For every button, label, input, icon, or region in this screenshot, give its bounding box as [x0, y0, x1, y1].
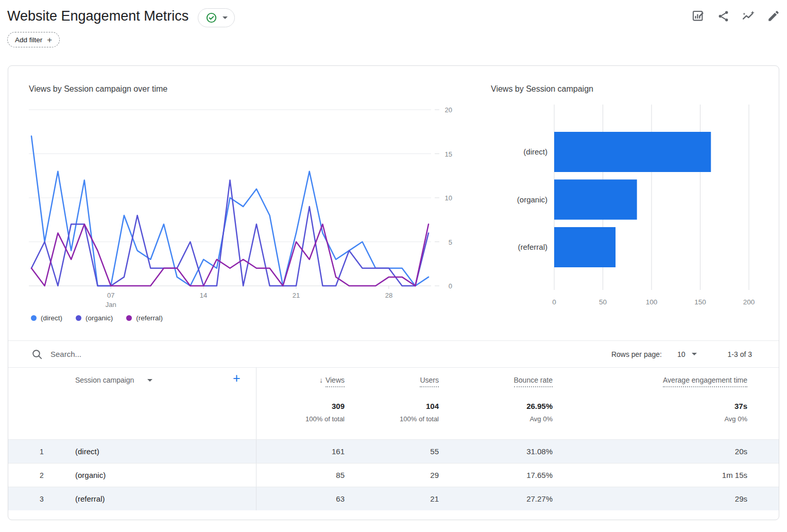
svg-text:(referral): (referral) [518, 243, 548, 251]
views-cell: 63 [256, 494, 345, 503]
search-input[interactable] [50, 350, 215, 358]
engagement-time-cell: 1m 15s [553, 471, 779, 479]
users-cell: 21 [345, 494, 439, 503]
bounce-rate-column-header[interactable]: Bounce rate [514, 376, 553, 387]
table-row: 1 (direct) 161 55 31.08% 20s [8, 439, 779, 463]
campaign-cell: (referral) [55, 494, 256, 503]
svg-text:10: 10 [445, 194, 452, 202]
svg-text:28: 28 [385, 291, 392, 299]
bar-chart: 050100150200(direct)(organic)(referral) [490, 97, 773, 323]
add-filter-label: Add filter [15, 36, 42, 44]
engagement-time-total: 37s [734, 402, 747, 410]
bounce-rate-cell: 17.65% [439, 471, 553, 479]
views-total-sub: 100% of total [305, 415, 345, 423]
share-icon[interactable] [716, 9, 730, 24]
svg-text:150: 150 [694, 298, 706, 306]
edit-chart-icon[interactable] [691, 9, 705, 24]
chevron-down-icon [223, 16, 228, 19]
sort-desc-icon: ↓ [319, 376, 323, 384]
bounce-rate-total-sub: Avg 0% [529, 415, 553, 423]
row-index: 3 [29, 495, 55, 503]
toolbar [691, 9, 781, 24]
svg-text:5: 5 [449, 238, 452, 246]
row-range-label: 1-3 of 3 [728, 350, 752, 358]
table-row: 2 (organic) 85 29 17.65% 1m 15s [8, 463, 779, 487]
table-row: 3 (referral) 63 21 27.27% 29s [8, 487, 779, 510]
add-filter-button[interactable]: Add filter + [7, 32, 60, 47]
legend-label: (referral) [136, 314, 163, 322]
legend-dot [126, 315, 132, 321]
report-status-badge[interactable] [198, 8, 235, 27]
views-cell: 85 [256, 471, 345, 479]
svg-text:200: 200 [743, 298, 755, 306]
svg-text:15: 15 [445, 150, 452, 158]
report-card: Views by Session campaign over time 0510… [8, 65, 779, 520]
legend-item: (direct) [31, 314, 62, 322]
edit-icon[interactable] [766, 9, 781, 24]
metric-headers: ↓ Views 309 100% of total Users 104 100%… [256, 368, 779, 439]
row-index: 1 [29, 448, 55, 456]
svg-text:21: 21 [293, 291, 300, 299]
legend-item: (referral) [126, 314, 163, 322]
insights-icon[interactable] [741, 9, 756, 24]
dimension-header-label: Session campaign [75, 376, 134, 384]
analytics-report-page: Website Engagement Metrics [0, 0, 787, 532]
bar-chart-title: Views by Session campaign [491, 84, 593, 94]
users-total-sub: 100% of total [400, 415, 439, 423]
engagement-time-cell: 29s [553, 494, 779, 503]
svg-text:(direct): (direct) [523, 147, 548, 156]
chevron-down-icon [147, 379, 152, 382]
chart-legend: (direct)(organic)(referral) [31, 314, 163, 322]
svg-text:0: 0 [552, 298, 556, 306]
table-header: Session campaign + ↓ Views 309 100% of t… [8, 367, 779, 439]
views-total: 309 [332, 402, 345, 410]
svg-text:100: 100 [646, 298, 658, 306]
campaign-cell: (organic) [55, 471, 256, 479]
pagination-bar: Rows per page: 10 1-3 of 3 [611, 341, 752, 367]
rows-per-page-select[interactable]: 10 [677, 350, 686, 358]
users-total: 104 [426, 402, 439, 410]
svg-text:20: 20 [445, 106, 452, 114]
bounce-rate-total: 26.95% [526, 402, 553, 410]
users-cell: 55 [345, 447, 439, 456]
svg-text:0: 0 [449, 282, 452, 290]
users-cell: 29 [345, 471, 439, 479]
svg-text:(organic): (organic) [517, 195, 548, 204]
engagement-time-column-header[interactable]: Average engagement time [663, 376, 747, 387]
svg-text:50: 50 [599, 298, 607, 306]
legend-label: (organic) [85, 314, 113, 322]
dimension-header-button[interactable]: Session campaign [75, 376, 152, 384]
legend-item: (organic) [76, 314, 113, 322]
legend-dot [31, 315, 37, 321]
line-chart: 0510152007Jan142128 [29, 105, 467, 311]
page-title: Website Engagement Metrics [7, 8, 189, 24]
users-column-header[interactable]: Users [420, 376, 439, 387]
search-icon [31, 349, 43, 360]
legend-dot [76, 315, 81, 321]
add-column-button[interactable]: + [233, 371, 241, 386]
svg-text:Jan: Jan [106, 301, 116, 308]
legend-label: (direct) [41, 314, 62, 322]
svg-text:14: 14 [200, 291, 207, 299]
engagement-time-cell: 20s [553, 447, 779, 456]
engagement-time-total-sub: Avg 0% [724, 415, 747, 423]
views-cell: 161 [256, 447, 345, 456]
svg-text:07: 07 [107, 291, 114, 299]
row-index: 2 [29, 471, 55, 479]
views-column-header[interactable]: ↓ Views [319, 376, 345, 387]
bounce-rate-cell: 27.27% [439, 494, 553, 503]
dimension-column-header: Session campaign + [8, 368, 256, 439]
campaign-cell: (direct) [55, 447, 256, 456]
check-circle-icon [206, 12, 217, 24]
plus-icon: + [47, 36, 52, 44]
chevron-down-icon[interactable] [692, 353, 697, 355]
rows-per-page-label: Rows per page: [611, 350, 662, 358]
bounce-rate-cell: 31.08% [439, 447, 553, 456]
line-chart-title: Views by Session campaign over time [29, 84, 167, 94]
